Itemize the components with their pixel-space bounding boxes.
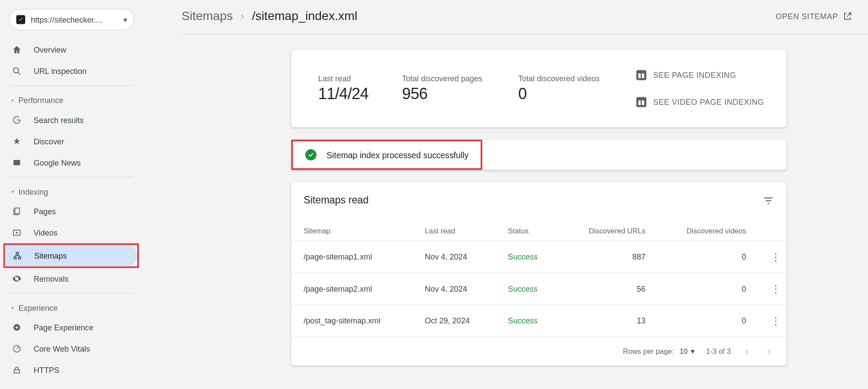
nav-removals[interactable]: Removals: [4, 268, 139, 289]
nav-pages[interactable]: Pages: [4, 201, 139, 222]
stat-value: 956: [402, 85, 482, 103]
property-selector[interactable]: https://sitechecker.... ▾: [9, 9, 135, 30]
stat-value: 11/4/24: [318, 85, 369, 103]
next-page-button[interactable]: ›: [764, 345, 774, 358]
cell-urls: 56: [561, 273, 658, 305]
nav-label: Core Web Vitals: [33, 344, 90, 353]
col-discovered-urls[interactable]: Discovered URLs: [561, 221, 658, 241]
table-footer: Rows per page: 10 ▾ 1-3 of 3 ‹ ›: [291, 337, 786, 366]
caret-down-icon: ▾: [123, 15, 127, 24]
cell-last-read: Nov 4, 2024: [413, 241, 496, 273]
video-icon: [11, 228, 23, 237]
table-title: Sitemaps read: [304, 195, 369, 206]
see-page-indexing-link[interactable]: ▮▮ SEE PAGE INDEXING: [636, 70, 764, 80]
collapse-icon: ▾: [11, 97, 14, 103]
prev-page-button[interactable]: ‹: [742, 345, 752, 358]
collapse-icon: ▾: [11, 305, 14, 311]
rows-per-page: Rows per page: 10 ▾: [623, 347, 695, 356]
nav-overview[interactable]: Overview: [4, 39, 139, 60]
nav-videos[interactable]: Videos: [4, 222, 139, 243]
cell-videos: 0: [658, 305, 759, 337]
removals-icon: [11, 274, 23, 284]
cell-videos: 0: [658, 273, 759, 305]
see-video-page-indexing-link[interactable]: ▮▮ SEE VIDEO PAGE INDEXING: [636, 97, 764, 107]
section-experience[interactable]: ▾ Experience: [4, 296, 139, 316]
breadcrumb-current: /sitemap_index.xml: [252, 9, 357, 24]
nav-label: URL inspection: [33, 67, 86, 76]
nav-search-results[interactable]: Search results: [4, 110, 139, 131]
page-header: Sitemaps › /sitemap_index.xml OPEN SITEM…: [182, 0, 868, 34]
sitemap-icon: [12, 251, 23, 260]
nav-google-news[interactable]: Google News: [4, 152, 139, 173]
row-menu-button[interactable]: ⋮: [771, 315, 781, 326]
nav-core-web-vitals[interactable]: Core Web Vitals: [4, 338, 139, 359]
property-domain: https://sitechecker....: [31, 15, 118, 24]
home-icon: [11, 45, 23, 55]
section-label: Performance: [19, 96, 63, 105]
col-discovered-videos[interactable]: Discovered videos: [658, 221, 759, 241]
nav-label: Sitemaps: [34, 251, 67, 260]
breadcrumb-root[interactable]: Sitemaps: [182, 9, 233, 24]
nav-label: Videos: [33, 228, 57, 237]
news-icon: [11, 158, 23, 167]
svg-rect-5: [14, 257, 16, 259]
filter-icon: [763, 195, 774, 206]
link-label: SEE PAGE INDEXING: [653, 71, 736, 80]
col-last-read[interactable]: Last read: [413, 221, 496, 241]
nav-label: Pages: [33, 207, 56, 216]
caret-down-icon: ▾: [691, 347, 695, 356]
row-menu-button[interactable]: ⋮: [771, 251, 781, 263]
svg-rect-9: [14, 370, 20, 373]
nav-page-experience[interactable]: Page Experience: [4, 317, 139, 338]
col-actions: [759, 221, 787, 241]
stat-label: Total discovered videos: [518, 74, 600, 83]
col-sitemap[interactable]: Sitemap: [291, 221, 413, 241]
nav-sitemaps[interactable]: Sitemaps: [5, 245, 137, 266]
table-head-row: Sitemap Last read Status Discovered URLs…: [291, 221, 786, 241]
nav-discover[interactable]: Discover: [4, 131, 139, 152]
section-label: Indexing: [19, 187, 48, 196]
open-sitemap-button[interactable]: OPEN SITEMAP: [776, 11, 853, 21]
stat-total-videos: Total discovered videos 0: [518, 74, 600, 103]
stats-card: Last read 11/4/24 Total discovered pages…: [291, 50, 786, 127]
nav-label: Google News: [33, 158, 80, 167]
table-header: Sitemaps read: [291, 182, 786, 221]
nav-url-inspection[interactable]: URL inspection: [4, 60, 139, 82]
nav-label: HTTPS: [33, 366, 59, 375]
col-status[interactable]: Status: [495, 221, 560, 241]
rows-per-page-select[interactable]: 10 ▾: [680, 347, 695, 356]
row-menu-button[interactable]: ⋮: [771, 283, 781, 294]
cell-sitemap: /page-sitemap1.xml: [291, 241, 413, 273]
stat-last-read: Last read 11/4/24: [318, 74, 369, 103]
cell-urls: 887: [561, 241, 658, 273]
table-row[interactable]: /page-sitemap1.xml Nov 4, 2024 Success 8…: [291, 241, 786, 273]
section-indexing[interactable]: ▾ Indexing: [4, 180, 139, 200]
pagination-range: 1-3 of 3: [706, 347, 731, 356]
table-row[interactable]: /post_tag-sitemap.xml Oct 29, 2024 Succe…: [291, 305, 786, 337]
sitemaps-table-card: Sitemaps read Sitemap Last read Status D…: [291, 182, 786, 366]
table-row[interactable]: /page-sitemap2.xml Nov 4, 2024 Success 5…: [291, 273, 786, 305]
site-favicon: [16, 15, 25, 24]
status-card: Sitemap index processed successfully: [291, 140, 786, 170]
section-performance[interactable]: ▾ Performance: [4, 89, 139, 109]
lock-icon: [11, 366, 23, 375]
filter-button[interactable]: [763, 195, 774, 206]
cell-sitemap: /page-sitemap2.xml: [291, 273, 413, 305]
svg-rect-2: [15, 208, 19, 214]
google-icon: [11, 116, 23, 125]
nav-label: Removals: [33, 274, 68, 283]
chevron-right-icon: ›: [241, 10, 244, 22]
nav-https[interactable]: HTTPS: [4, 359, 139, 381]
collapse-icon: ▾: [11, 189, 14, 195]
rows-per-page-value: 10: [680, 347, 688, 356]
nav-label: Overview: [33, 45, 66, 54]
annotation-highlight-sitemaps: Sitemaps: [3, 243, 139, 268]
cell-videos: 0: [658, 241, 759, 273]
main-content: Sitemaps › /sitemap_index.xml OPEN SITEM…: [141, 0, 868, 389]
nav-label: Page Experience: [33, 323, 93, 332]
open-sitemap-label: OPEN SITEMAP: [776, 12, 838, 21]
discover-icon: [11, 137, 23, 146]
gauge-icon: [11, 344, 23, 353]
search-icon: [11, 66, 23, 76]
rows-per-page-label: Rows per page:: [623, 347, 674, 356]
